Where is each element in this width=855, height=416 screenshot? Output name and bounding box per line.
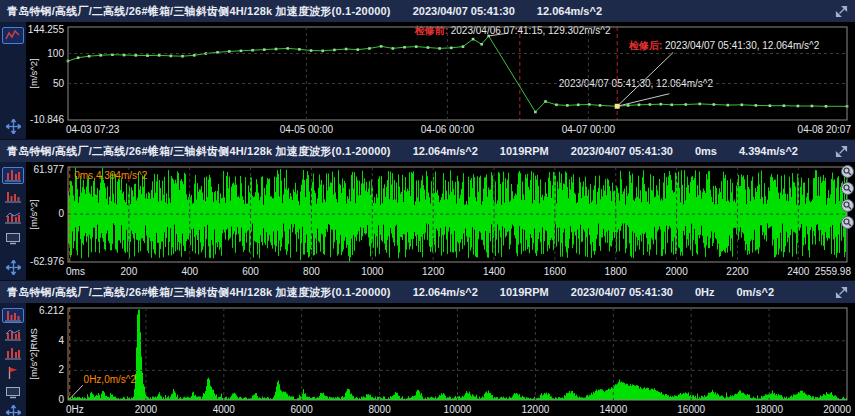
spectrum-panel-body: 0Hz,0m/s^26.2124200Hz2000400060008000100… — [0, 303, 855, 416]
svg-text:[m/s^2]: [m/s^2] — [28, 199, 39, 229]
waveform-toolbar — [0, 162, 26, 280]
svg-text:18000: 18000 — [755, 404, 783, 415]
svg-text:2023/04/07 05:41:30, 12.064m/s: 2023/04/07 05:41:30, 12.064m/s^2 — [559, 78, 714, 89]
svg-text:200: 200 — [121, 266, 138, 277]
svg-text:1800: 1800 — [605, 266, 628, 277]
svg-text:400: 400 — [181, 266, 198, 277]
zoom-in-button[interactable] — [841, 165, 854, 178]
app-root: { "colors": { "accent_green": "#00e000",… — [0, 0, 855, 416]
svg-text:-10.846: -10.846 — [30, 114, 64, 125]
screen-tool-icon[interactable] — [2, 385, 24, 400]
spectrum-chart[interactable]: 0Hz,0m/s^26.2124200Hz2000400060008000100… — [26, 303, 855, 416]
svg-text:800: 800 — [303, 266, 320, 277]
svg-text:6.212: 6.212 — [39, 305, 64, 316]
svg-text:2: 2 — [58, 364, 64, 375]
svg-text:1000: 1000 — [361, 266, 384, 277]
svg-text:0Hz,0m/s^2: 0Hz,0m/s^2 — [84, 374, 137, 385]
svg-text:2559.98: 2559.98 — [815, 266, 852, 277]
svg-text:6000: 6000 — [291, 404, 314, 415]
pan-tool-icon[interactable] — [2, 118, 24, 135]
svg-text:61.977: 61.977 — [33, 164, 64, 175]
svg-text:1200: 1200 — [422, 266, 445, 277]
zoom-x-axis-button[interactable] — [841, 199, 854, 212]
svg-text:600: 600 — [242, 266, 259, 277]
svg-text:0Hz: 0Hz — [66, 404, 84, 415]
svg-text:检修后: 2023/04/07 05:41:30, 12.0: 检修后: 2023/04/07 05:41:30, 12.064m/s^2 — [628, 40, 820, 51]
spectrum-tool-icon[interactable] — [2, 188, 24, 205]
svg-text:-62.976: -62.976 — [30, 256, 64, 267]
svg-text:8000: 8000 — [368, 404, 391, 415]
channel-path-title: 青岛特钢/高线厂/二高线/26#锥箱/三轴斜齿侧4H/128k 加速度波形(0.… — [7, 285, 391, 300]
svg-text:0: 0 — [58, 394, 64, 405]
expand-icon[interactable] — [835, 5, 848, 18]
svg-text:2400: 2400 — [787, 266, 810, 277]
spectrum-panel-header: 青岛特钢/高线厂/二高线/26#锥箱/三轴斜齿侧4H/128k 加速度波形(0.… — [0, 281, 855, 303]
cursor-value: 4.394m/s^2 — [739, 145, 798, 157]
svg-text:50: 50 — [53, 78, 65, 89]
spectrum-toolbar — [0, 303, 26, 416]
pan-tool-icon[interactable] — [2, 404, 24, 416]
svg-text:20000: 20000 — [823, 404, 851, 415]
expand-icon[interactable] — [835, 145, 848, 158]
waveform-chart[interactable]: 0ms,4.394m/s^261.9770-62.9760ms200400600… — [26, 162, 855, 280]
channel-path-title: 青岛特钢/高线厂/二高线/26#锥箱/三轴斜齿侧4H/128k 加速度波形(0.… — [7, 4, 391, 19]
svg-text:检修前: 2023/04/06 07:41:15, 129.: 检修前: 2023/04/06 07:41:15, 129.302m/s^2 — [414, 25, 611, 36]
svg-text:0: 0 — [58, 208, 64, 219]
overall-value: 12.064m/s^2 — [537, 5, 602, 17]
svg-text:04-05 00:00: 04-05 00:00 — [280, 124, 334, 135]
cursor-position: 0ms — [695, 145, 717, 157]
trend-panel: 青岛特钢/高线厂/二高线/26#锥箱/三轴斜齿侧4H/128k 加速度波形(0.… — [0, 0, 855, 139]
sample-datetime: 2023/04/07 05:41:30 — [571, 286, 673, 298]
svg-text:04-06 00:00: 04-06 00:00 — [421, 124, 475, 135]
svg-text:04-08 20:07: 04-08 20:07 — [798, 124, 852, 135]
svg-text:10000: 10000 — [444, 404, 472, 415]
svg-text:14000: 14000 — [599, 404, 627, 415]
svg-text:4: 4 — [58, 335, 64, 346]
svg-text:04-03 07:23: 04-03 07:23 — [66, 124, 120, 135]
overall-value: 12.064m/s^2 — [413, 286, 478, 298]
svg-text:144.255: 144.255 — [28, 24, 65, 35]
svg-text:2200: 2200 — [726, 266, 749, 277]
svg-text:[m/s^2]RMS: [m/s^2]RMS — [28, 328, 39, 379]
bars-tool-icon[interactable] — [2, 327, 24, 342]
expand-icon[interactable] — [835, 286, 848, 299]
spectrum-tool-icon[interactable] — [2, 308, 24, 323]
svg-text:4000: 4000 — [213, 404, 236, 415]
trend-panel-header: 青岛特钢/高线厂/二高线/26#锥箱/三轴斜齿侧4H/128k 加速度波形(0.… — [0, 0, 855, 22]
pan-tool-icon[interactable] — [2, 259, 24, 276]
trend-chart[interactable]: 检修前: 2023/04/06 07:41:15, 129.302m/s^2检修… — [26, 22, 855, 139]
bars-tool-icon[interactable] — [2, 209, 24, 226]
svg-text:04-07 00:00: 04-07 00:00 — [562, 124, 616, 135]
waveform-panel: 青岛特钢/高线厂/二高线/26#锥箱/三轴斜齿侧4H/128k 加速度波形(0.… — [0, 139, 855, 280]
sample-datetime: 2023/04/07 05:41:30 — [571, 145, 673, 157]
zoom-out-button[interactable] — [841, 182, 854, 195]
zoom-y-axis-button[interactable] — [841, 216, 854, 229]
screen-tool-icon[interactable] — [2, 230, 24, 247]
cursor-value: 0m/s^2 — [736, 286, 774, 298]
svg-text:0ms,4.394m/s^2: 0ms,4.394m/s^2 — [74, 170, 147, 181]
waveform-panel-header: 青岛特钢/高线厂/二高线/26#锥箱/三轴斜齿侧4H/128k 加速度波形(0.… — [0, 140, 855, 162]
trend-tool-icon[interactable] — [2, 27, 24, 44]
overall-value: 12.064m/s^2 — [413, 145, 478, 157]
waveform-tool-icon[interactable] — [2, 346, 24, 361]
svg-text:2000: 2000 — [135, 404, 158, 415]
svg-text:12000: 12000 — [521, 404, 549, 415]
waveform-panel-body: 0ms,4.394m/s^261.9770-62.9760ms200400600… — [0, 162, 855, 280]
flag-tool-icon[interactable] — [2, 365, 24, 381]
zoom-button-group — [841, 165, 854, 229]
trend-toolbar — [0, 22, 26, 139]
svg-text:1600: 1600 — [544, 266, 567, 277]
waveform-tool-icon[interactable] — [2, 167, 24, 184]
svg-text:0ms: 0ms — [66, 266, 85, 277]
sample-datetime: 2023/04/07 05:41:30 — [413, 5, 515, 17]
cursor-position: 0Hz — [695, 286, 715, 298]
trend-panel-body: 检修前: 2023/04/06 07:41:15, 129.302m/s^2检修… — [0, 22, 855, 139]
spectrum-panel: 青岛特钢/高线厂/二高线/26#锥箱/三轴斜齿侧4H/128k 加速度波形(0.… — [0, 280, 855, 416]
svg-text:2000: 2000 — [665, 266, 688, 277]
channel-path-title: 青岛特钢/高线厂/二高线/26#锥箱/三轴斜齿侧4H/128k 加速度波形(0.… — [7, 144, 391, 159]
rpm-value: 1019RPM — [500, 145, 549, 157]
rpm-value: 1019RPM — [500, 286, 549, 298]
svg-text:100: 100 — [47, 48, 64, 59]
svg-text:[m/s^2]: [m/s^2] — [28, 58, 39, 88]
svg-text:16000: 16000 — [677, 404, 705, 415]
